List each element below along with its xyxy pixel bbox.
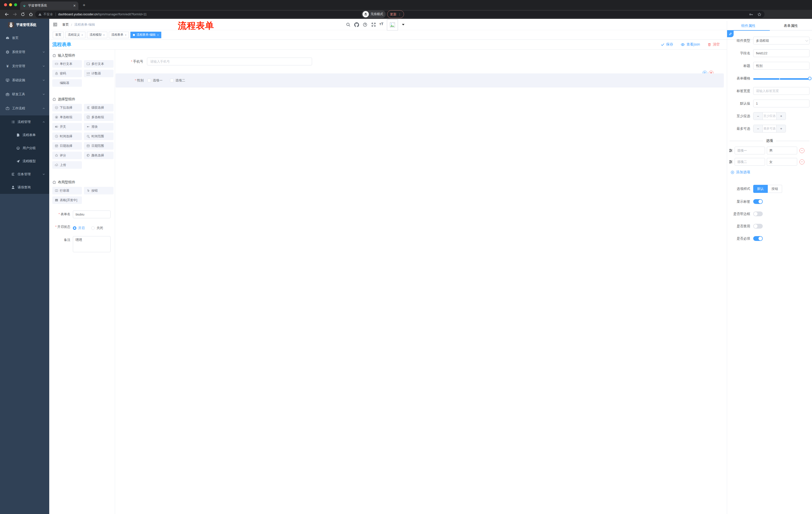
sidebar-item-label: 系统管理 bbox=[12, 50, 25, 54]
page-tab-process-form-edit[interactable]: 流程表单-编辑× bbox=[130, 32, 161, 38]
tab-close-icon[interactable]: × bbox=[157, 33, 158, 36]
sidebar-item-task-management[interactable]: 任务管理 bbox=[0, 168, 49, 181]
sidebar-item-label: 基础设施 bbox=[12, 78, 25, 82]
tab-label: 首页 bbox=[55, 33, 61, 37]
gender-option1-checkbox[interactable]: 选项一 bbox=[147, 78, 163, 83]
address-bar[interactable]: 不安全 dashboard.yudao.iocoder.cn /bpm/mana… bbox=[35, 11, 406, 18]
tab-close-icon[interactable]: ✕ bbox=[73, 4, 76, 7]
tab-label: 流程表单 bbox=[111, 33, 123, 37]
component-palette: 输入型组件 单行文本 多行文本 密码 123计数器 编辑器 选择型组件 下拉选择… bbox=[49, 50, 115, 257]
status-off-radio[interactable]: 关闭 bbox=[91, 225, 103, 231]
component-date-picker[interactable]: 日期选择 bbox=[52, 142, 82, 150]
component-label: 编辑器 bbox=[60, 81, 69, 85]
sidebar-item-home[interactable]: 首页 bbox=[0, 31, 49, 45]
new-tab-button[interactable]: ＋ bbox=[82, 2, 86, 8]
component-switch[interactable]: 开关 bbox=[52, 123, 82, 131]
back-icon[interactable] bbox=[4, 12, 9, 17]
close-window-button[interactable] bbox=[4, 3, 7, 6]
fullscreen-icon[interactable] bbox=[371, 22, 376, 27]
component-label: 级联选择 bbox=[91, 106, 104, 110]
browser-update-button[interactable]: 更新 ⋮ bbox=[387, 10, 404, 18]
avatar[interactable] bbox=[387, 19, 398, 30]
component-cascade-select[interactable]: 级联选择 bbox=[84, 104, 114, 111]
incognito-badge: 无痕模式 bbox=[361, 10, 386, 18]
component-time-range[interactable]: 时间范围 bbox=[84, 133, 114, 140]
gender-option2-checkbox[interactable]: 选项二 bbox=[170, 78, 185, 83]
component-slider[interactable]: 滑块 bbox=[84, 123, 114, 131]
component-button[interactable]: 按钮 bbox=[84, 187, 114, 194]
status-on-radio[interactable]: 开启 bbox=[73, 225, 85, 231]
home-icon[interactable] bbox=[29, 12, 33, 17]
sidebar-logo[interactable]: 芋道管理系统 bbox=[0, 19, 49, 31]
app-title: 芋道管理系统 bbox=[16, 23, 36, 27]
columns-icon bbox=[55, 189, 58, 192]
search-icon[interactable] bbox=[346, 22, 350, 27]
sidebar-item-process-model[interactable]: 流程模型 bbox=[0, 155, 49, 168]
component-checkbox-group[interactable]: 多选框组 bbox=[84, 113, 114, 121]
sidebar-item-infrastructure[interactable]: 基础设施 bbox=[0, 73, 49, 87]
component-password[interactable]: 密码 bbox=[52, 70, 82, 77]
component-single-line-text[interactable]: 单行文本 bbox=[52, 60, 82, 67]
phone-field-input[interactable] bbox=[147, 58, 312, 65]
list-icon bbox=[11, 120, 15, 124]
browser-tab-title: 芋道管理系统 bbox=[28, 3, 47, 8]
browser-menu-icon[interactable]: ⋮ bbox=[398, 12, 401, 16]
phone-field-row[interactable]: *手机号 bbox=[115, 58, 406, 65]
sidebar-item-leave-query[interactable]: 请假查询 bbox=[0, 181, 49, 194]
group-title: 选择型组件 bbox=[58, 97, 76, 102]
sidebar-item-label: 支付管理 bbox=[12, 64, 25, 69]
sidebar-item-system[interactable]: 系统管理 bbox=[0, 45, 49, 59]
sidebar-item-process-form[interactable]: 流程表单 bbox=[0, 129, 49, 141]
sidebar-item-process-management[interactable]: 流程管理 bbox=[0, 115, 49, 129]
tab-close-icon[interactable]: × bbox=[81, 33, 83, 36]
browser-tab[interactable]: 芋道管理系统 ✕ bbox=[20, 1, 78, 10]
sidebar-item-devtools[interactable]: 研发工具 bbox=[0, 87, 49, 101]
select-circle-icon bbox=[55, 106, 58, 109]
reload-icon[interactable] bbox=[21, 12, 25, 17]
font-size-icon[interactable]: ᴛT bbox=[379, 22, 383, 26]
page-tab-process-definition[interactable]: 流程定义× bbox=[65, 32, 85, 38]
component-table[interactable]: 表格[开发中] bbox=[52, 196, 82, 204]
component-dropdown-select[interactable]: 下拉选择 bbox=[52, 104, 82, 111]
component-counter[interactable]: 123计数器 bbox=[84, 70, 114, 77]
selected-field-panel[interactable]: *性别 选项一 选项二 bbox=[116, 74, 406, 87]
sidebar-item-payment[interactable]: ¥ 支付管理 bbox=[0, 59, 49, 73]
component-rate[interactable]: 评分 bbox=[52, 152, 82, 159]
forward-icon[interactable] bbox=[12, 12, 17, 17]
help-icon[interactable] bbox=[363, 22, 367, 27]
sidebar-item-workflow[interactable]: 工作流程 bbox=[0, 101, 49, 115]
briefcase-icon bbox=[5, 106, 9, 110]
component-upload[interactable]: 上传 bbox=[52, 161, 82, 169]
designer-header: 流程表单 保存 查看json 清空 bbox=[49, 40, 406, 50]
component-date-range[interactable]: 日期范围 bbox=[84, 142, 114, 150]
tab-close-icon[interactable]: × bbox=[103, 33, 105, 36]
chevron-down-icon bbox=[42, 173, 45, 176]
component-label: 单行文本 bbox=[60, 62, 72, 66]
tab-close-icon[interactable]: × bbox=[125, 33, 126, 36]
breadcrumb-separator: / bbox=[71, 23, 72, 27]
form-remark-textarea[interactable]: 嘿嘿 bbox=[73, 236, 111, 252]
page-tab-home[interactable]: 首页 bbox=[53, 32, 64, 38]
document-edit-icon bbox=[16, 133, 20, 137]
component-radio-group[interactable]: 单选框组 bbox=[52, 113, 82, 121]
page-tab-process-model[interactable]: 流程模型× bbox=[87, 32, 107, 38]
window-controls[interactable] bbox=[4, 3, 17, 6]
avatar-dropdown-caret[interactable] bbox=[402, 24, 405, 25]
component-time-picker[interactable]: 时间选择 bbox=[52, 133, 82, 140]
page-tab-process-form[interactable]: 流程表单× bbox=[109, 32, 129, 38]
component-editor[interactable]: 编辑器 bbox=[52, 79, 82, 87]
minimize-window-button[interactable] bbox=[9, 3, 12, 6]
maximize-window-button[interactable] bbox=[14, 3, 17, 6]
collapse-sidebar-icon[interactable] bbox=[53, 22, 58, 27]
breadcrumb-home[interactable]: 首页 bbox=[62, 22, 69, 27]
github-icon[interactable] bbox=[354, 22, 359, 27]
radio-icon bbox=[55, 115, 58, 119]
yen-icon: ¥ bbox=[5, 64, 9, 68]
radio-label: 关闭 bbox=[96, 225, 103, 231]
component-color-picker[interactable]: 颜色选择 bbox=[84, 152, 114, 159]
form-name-input[interactable] bbox=[73, 211, 111, 218]
favicon-leaf-icon bbox=[23, 4, 26, 7]
sidebar-item-user-group[interactable]: 用户分组 bbox=[0, 141, 49, 155]
component-multi-line-text[interactable]: 多行文本 bbox=[84, 60, 114, 67]
component-row-container[interactable]: 行容器 bbox=[52, 187, 82, 194]
